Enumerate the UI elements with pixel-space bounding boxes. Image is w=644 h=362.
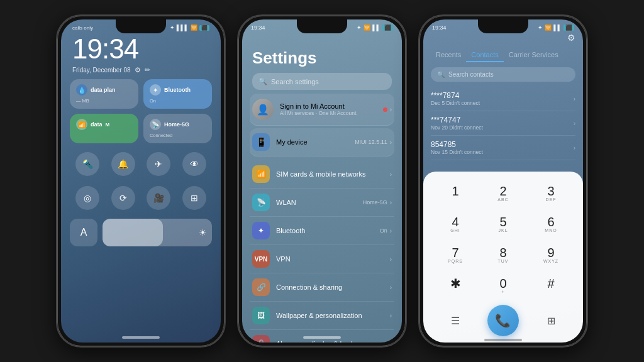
call-info-2: 854785 Nov 15 Didn't connect (431, 140, 569, 155)
data-plan-sub: — MB (76, 98, 132, 104)
dial-key-8[interactable]: 8 TUV (481, 242, 525, 269)
signal-tile-icon: 📶 (76, 119, 87, 130)
bluetooth-value: On (380, 228, 387, 234)
dial-key-2[interactable]: 2 ABC (481, 180, 525, 207)
dial-key-1[interactable]: 1 (433, 180, 477, 207)
wlan-item[interactable]: 📡 WLAN Home-5G › (250, 189, 394, 217)
dial-key-3[interactable]: 3 DEF (529, 180, 573, 207)
dial-key-hash[interactable]: # (529, 273, 573, 300)
phone-tabs: Recents Contacts Carrier Services (423, 31, 583, 67)
location-button[interactable]: ◎ (75, 186, 99, 210)
data-plan-tile[interactable]: 💧 data plan — MB (70, 79, 138, 109)
wifi-tile-sub: Connected (150, 133, 206, 138)
call-history-list: ****7874 Dec 5 Didn't connect › ***74747… (423, 87, 583, 160)
dial-letters-4: GHI (450, 228, 460, 234)
dial-letters-9: WXYZ (543, 259, 558, 265)
camera-button[interactable]: 🎥 (147, 186, 170, 210)
edit-icon[interactable]: ⚙ (135, 66, 141, 74)
connection-sharing-item[interactable]: 🔗 Connection & sharing › (250, 273, 394, 302)
contacts-icon-button[interactable]: ☰ (444, 309, 467, 332)
bluetooth-tile-icon: ✦ (150, 84, 161, 96)
my-device-name: My device (276, 138, 348, 146)
call-arrow-0: › (574, 96, 575, 102)
call-sub-0: Dec 5 Didn't connect (431, 100, 569, 106)
battery-icon: ⬛ (199, 25, 209, 31)
dial-num-0: 0 (499, 277, 506, 290)
contacts-search[interactable]: 🔍 Search contacts (431, 67, 575, 82)
tab-contacts[interactable]: Contacts (466, 48, 503, 62)
dial-key-0[interactable]: 0 + (481, 273, 525, 300)
home-indicator-2[interactable] (303, 336, 341, 339)
my-device-right: MIUI 12.5.11 › (355, 139, 392, 146)
home-indicator-1[interactable] (122, 336, 160, 339)
rotate-button[interactable]: ⟳ (111, 186, 135, 210)
phone-1-control-center: calls only ✦ ▌▌▌ 🛜 ⬛ 19:34 Friday, Decem… (56, 14, 226, 348)
call-arrow-2: › (574, 145, 575, 151)
eye-button[interactable]: 👁 (182, 152, 206, 176)
dialpad-grid: 1 2 ABC 3 DEF 4 GHI (433, 180, 573, 300)
dial-num-9: 9 (547, 246, 554, 259)
dial-key-star[interactable]: ✱ (433, 273, 477, 300)
gear-button[interactable]: ⚙ (567, 32, 575, 43)
bell-button[interactable]: 🔔 (111, 152, 135, 176)
dialpad-bottom-row: ☰ 📞 ⊞ (433, 305, 573, 336)
call-item-2[interactable]: 854785 Nov 15 Didn't connect › (431, 136, 575, 160)
dial-letters-6: MNO (545, 228, 557, 234)
status-icons-1: ✦ ▌▌▌ 🛜 ⬛ (170, 25, 209, 31)
flashlight-button[interactable]: 🔦 (75, 152, 99, 176)
date-display: Friday, December 08 ⚙ ✏ (61, 65, 221, 79)
settings-time: 19:34 (251, 25, 265, 31)
brightness-fill (103, 219, 163, 246)
mi-account-item[interactable]: 👤 Sign in to Mi Account All Mi services … (250, 94, 394, 126)
dial-key-7[interactable]: 7 PQRS (433, 242, 477, 269)
search-placeholder: Search settings (271, 78, 319, 85)
call-item-1[interactable]: ***74747 Nov 20 Didn't connect › (431, 111, 575, 136)
scan-button[interactable]: ⊞ (182, 186, 206, 210)
chevron-icon-6: › (390, 284, 392, 291)
bluetooth-item[interactable]: ✦ Bluetooth On › (250, 217, 394, 245)
bluetooth-tile[interactable]: ✦ Bluetooth On (143, 79, 212, 109)
dial-num-hash: # (547, 277, 554, 290)
device-icon: 📱 (252, 133, 270, 151)
settings-list: 👤 Sign in to Mi Account All Mi services … (242, 94, 402, 343)
signal-icon-3: ▌▌ (553, 25, 562, 31)
airplane-button[interactable]: ✈ (147, 152, 170, 176)
sim-name: SIM cards & mobile networks (276, 170, 384, 178)
miui-version: MIUI 12.5.11 (355, 139, 387, 145)
tab-carrier[interactable]: Carrier Services (504, 48, 564, 62)
settings-search-bar[interactable]: 🔍 Search settings (252, 73, 392, 90)
dial-key-6[interactable]: 6 MNO (529, 211, 573, 238)
bluetooth-icon-3: ✦ (538, 25, 543, 31)
brightness-slider[interactable]: ☀ (103, 219, 212, 246)
dialpad-grid-icon-button[interactable]: ⊞ (540, 309, 562, 332)
dial-num-star: ✱ (450, 277, 461, 290)
vpn-item[interactable]: VPN VPN › (250, 245, 394, 273)
cc-top-grid: 💧 data plan — MB ✦ Bluetooth On (61, 79, 221, 109)
chevron-icon-8: › (390, 341, 392, 343)
wallpaper-name: Wallpaper & personalization (276, 312, 384, 319)
status-icons-2: ✦ 🛜 ▌▌ ⬛ (357, 25, 393, 31)
call-item-0[interactable]: ****7874 Dec 5 Didn't connect › (431, 87, 575, 111)
dial-key-9[interactable]: 9 WXYZ (529, 242, 573, 269)
sim-cards-item[interactable]: 📶 SIM cards & mobile networks › (250, 160, 394, 189)
wallpaper-item[interactable]: 🖼 Wallpaper & personalization › (250, 302, 394, 330)
vpn-icon: VPN (252, 250, 270, 268)
battery-icon-3: ⬛ (564, 25, 574, 31)
data-label-2: data (91, 121, 103, 128)
dial-key-4[interactable]: 4 GHI (433, 211, 477, 238)
phone-3-dialer: 19:34 ✦ 🛜 ▌▌ ⬛ ⚙ Recents Contacts Carrie… (418, 14, 588, 348)
call-sub-2: Nov 15 Didn't connect (431, 149, 569, 155)
vpn-name: VPN (276, 255, 384, 263)
call-button[interactable]: 📞 (487, 305, 519, 336)
tab-recents[interactable]: Recents (431, 48, 466, 62)
dialpad: 1 2 ABC 3 DEF 4 GHI (423, 172, 583, 343)
text-size-button[interactable]: A (70, 219, 97, 246)
data-tile-2[interactable]: 📶 data M (70, 114, 138, 143)
wifi-tile[interactable]: 📡 Home-5G Connected (143, 114, 212, 143)
my-device-item[interactable]: 📱 My device MIUI 12.5.11 › (250, 128, 394, 156)
dial-key-5[interactable]: 5 JKL (481, 211, 525, 238)
bluetooth-settings-icon: ✦ (252, 222, 270, 239)
sim-icon: 📶 (252, 165, 270, 183)
note-icon[interactable]: ✏ (145, 66, 150, 74)
home-indicator-3[interactable] (484, 339, 522, 341)
